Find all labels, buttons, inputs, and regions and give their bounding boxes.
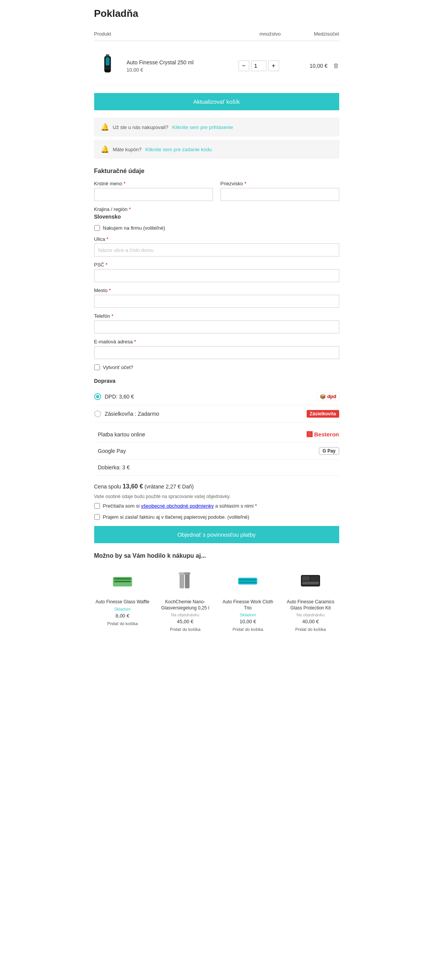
suggestions-grid: Auto Finesse Glass Waffle Skladom 8,00 €… (94, 565, 339, 632)
svg-rect-3 (105, 67, 110, 70)
account-checkbox[interactable] (94, 364, 100, 370)
first-name-group: Krstné meno * (94, 181, 213, 201)
company-checkbox[interactable] (94, 225, 100, 231)
billing-section-title: Fakturačné údaje (94, 168, 339, 175)
coupon-notice: 🔔 Máte kupón? Kliknite sem pre zadanie k… (94, 140, 339, 158)
col-subtotal-header: Medzisúčet (293, 31, 339, 37)
qty-decrease-btn[interactable]: − (239, 60, 249, 71)
suggestion-item-4: Auto Finesse Caramics Glass Protection K… (282, 565, 339, 632)
login-notice-text: Už ste u nás nakupovali? (113, 124, 168, 130)
first-name-label: Krstné meno * (94, 181, 213, 186)
email-input[interactable] (94, 346, 339, 359)
terms-checkbox[interactable] (94, 503, 100, 509)
bell-icon-2: 🔔 (101, 145, 109, 154)
company-checkbox-row: Nakujem na firmu (voliteľné) (94, 225, 339, 231)
zasielkovna-radio[interactable] (94, 410, 101, 417)
suggestion-price-2: 45,00 € (157, 619, 214, 624)
last-name-input[interactable] (221, 188, 339, 201)
shipping-dpd[interactable]: DPD: 3,60 € 📦 dpd (94, 388, 339, 405)
svg-rect-2 (105, 57, 109, 65)
login-link[interactable]: Kliknite sem pre prihlásenie (172, 124, 233, 130)
svg-rect-7 (114, 581, 131, 582)
suggestion-stock-1: Skladom (94, 607, 151, 611)
dpd-logo: 📦 dpd (317, 392, 339, 400)
svg-rect-13 (239, 579, 257, 581)
order-btn[interactable]: Objednať s povinnosťou platby (94, 526, 339, 543)
suggestion-add-btn-1[interactable]: Pridať do košíka (107, 621, 138, 626)
item-subtotal: 10,00 € (282, 63, 328, 69)
name-row: Krstné meno * Priezvisko * (94, 181, 339, 201)
city-input[interactable] (94, 295, 339, 308)
svg-rect-14 (239, 581, 257, 583)
country-label: Krajina / región * (94, 206, 339, 212)
invoice-label: Prajem si zaslaľ faktúru aj v tlačenej p… (103, 514, 250, 520)
svg-rect-9 (185, 573, 190, 588)
suggestion-img-2 (157, 565, 214, 596)
suggestions-title: Možno by sa Vám hodilo k nákupu aj... (94, 552, 339, 559)
login-notice: 🔔 Už ste u nás nakupovali? Kliknite sem … (94, 118, 339, 136)
delete-item-btn[interactable]: 🗑 (328, 62, 339, 69)
shipping-section-title: Doprava (94, 378, 339, 384)
cart-item-row: Auto Finesse Crystal 250 ml 10,00 € − + … (94, 47, 339, 85)
suggestion-price-3: 10,00 € (219, 619, 276, 624)
street-label: Ulica * (94, 236, 339, 242)
terms-label: Prečítal/a som si všeobecné obchodné pod… (103, 503, 257, 509)
email-label: E-mailová adresa * (94, 339, 339, 345)
payment-dobierka[interactable]: Dobierka: 3 € (94, 460, 339, 475)
gpay-logo: G Pay (319, 447, 339, 455)
phone-group: Telefón * (94, 313, 339, 333)
update-cart-btn[interactable]: Aktualizovať košík (94, 93, 339, 110)
suggestion-add-btn-4[interactable]: Pridať do košíka (295, 627, 326, 632)
suggestion-item-2: KochChemie Nano-Glasversiegelung 0,25 l … (157, 565, 214, 632)
svg-rect-8 (180, 573, 184, 588)
svg-rect-12 (238, 578, 257, 585)
besteron-label: Platba kartou online (98, 431, 145, 438)
suggestion-item-1: Auto Finesse Glass Waffle Skladom 8,00 €… (94, 565, 151, 632)
street-input[interactable] (94, 243, 339, 256)
suggestion-stock-4: Na objednávku (282, 612, 339, 617)
gpay-label: Google Pay (98, 448, 126, 454)
svg-rect-6 (114, 578, 131, 580)
psc-input[interactable] (94, 269, 339, 282)
first-name-input[interactable] (94, 188, 213, 201)
psc-group: PSČ * (94, 262, 339, 282)
besteron-logo: 🅱 Besteron (307, 431, 339, 438)
product-name: Auto Finesse Crystal 250 ml (127, 59, 236, 65)
svg-rect-10 (179, 572, 185, 575)
suggestion-stock-3: Skladom (219, 612, 276, 617)
suggestion-item-3: Auto Finesse Work Cloth Trio Skladom 10,… (219, 565, 276, 632)
svg-rect-11 (184, 572, 190, 575)
terms-link[interactable]: všeobecné obchodné podmienky (141, 503, 214, 509)
shipping-zasielkovna[interactable]: Zásielkovňa : Zadarmo Zásielkovňa (94, 405, 339, 423)
policy-text: Vaše osobné údaje budú použité na spraco… (94, 494, 339, 499)
suggestion-add-btn-2[interactable]: Pridať do košíka (170, 627, 201, 632)
account-checkbox-row: Vytvoriť účet? (94, 364, 339, 370)
last-name-group: Priezvisko * (221, 181, 339, 201)
svg-rect-18 (302, 581, 319, 585)
payment-gpay[interactable]: Google Pay G Pay (94, 443, 339, 460)
product-info: Auto Finesse Crystal 250 ml 10,00 € (127, 59, 236, 73)
invoice-checkbox[interactable] (94, 514, 100, 520)
payment-besteron[interactable]: Platba kartou online 🅱 Besteron (94, 426, 339, 443)
city-group: Mesto * (94, 287, 339, 308)
coupon-link[interactable]: Kliknite sem pre zadanie kódu (145, 147, 212, 152)
email-group: E-mailová adresa * (94, 339, 339, 359)
city-label: Mesto * (94, 287, 339, 293)
total-label: Cena spolu (94, 483, 121, 490)
dpd-label: DPD: 3,60 € (105, 394, 134, 400)
country-group: Krajina / región * Slovensko (94, 206, 339, 220)
street-group: Ulica * (94, 236, 339, 256)
zasielkovna-label: Zásielkovňa : Zadarmo (105, 411, 159, 417)
payment-section: Platba kartou online 🅱 Besteron Google P… (94, 426, 339, 475)
qty-increase-btn[interactable]: + (268, 60, 279, 71)
company-label: Nakujem na firmu (voliteľné) (103, 225, 165, 231)
qty-input[interactable] (251, 60, 266, 71)
invoice-checkbox-row: Prajem si zaslaľ faktúru aj v tlačenej p… (94, 514, 339, 520)
suggestion-stock-2: Na objednávku (157, 612, 214, 617)
phone-input[interactable] (94, 320, 339, 333)
total-section: Cena spolu 13,60 € (vrátane 2,27 € Daň) (94, 483, 339, 490)
svg-rect-4 (106, 54, 109, 57)
country-value: Slovensko (94, 214, 339, 220)
dpd-radio[interactable] (94, 393, 101, 400)
suggestion-add-btn-3[interactable]: Pridať do košíka (232, 627, 263, 632)
